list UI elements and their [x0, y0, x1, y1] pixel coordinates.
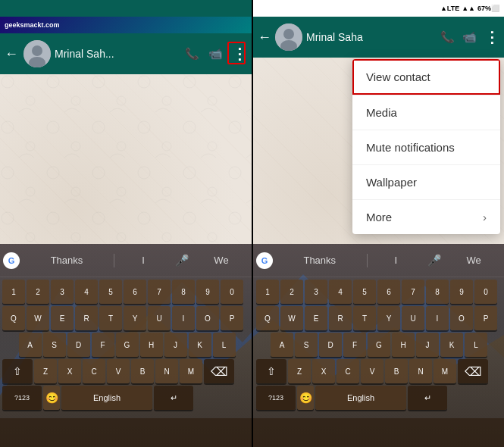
key-j-left[interactable]: J [164, 333, 187, 357]
key-3-right[interactable]: 3 [305, 280, 327, 304]
key-space-left[interactable]: English [61, 386, 152, 410]
key-8-right[interactable]: 8 [426, 280, 449, 304]
key-d-left[interactable]: D [67, 333, 90, 357]
key-d-right[interactable]: D [319, 333, 342, 357]
left-more-icon[interactable]: ⋮ [232, 45, 247, 63]
key-s-right[interactable]: S [295, 333, 318, 357]
right-kb-mic[interactable]: 🎤 [424, 254, 445, 267]
key-emoji-right[interactable]: 😊 [297, 386, 314, 410]
key-i-right[interactable]: I [426, 306, 449, 330]
key-123-right[interactable]: ?123 [256, 386, 296, 410]
left-back-icon[interactable]: ← [5, 46, 18, 62]
key-9-right[interactable]: 9 [450, 280, 473, 304]
key-v-left[interactable]: V [107, 359, 130, 383]
key-r-left[interactable]: R [75, 306, 98, 330]
key-u-right[interactable]: U [402, 306, 424, 330]
key-a-left[interactable]: A [19, 333, 42, 357]
key-1-left[interactable]: 1 [2, 280, 25, 304]
key-shift-right[interactable]: ⇧ [256, 359, 286, 383]
key-7-left[interactable]: 7 [148, 280, 171, 304]
key-j-right[interactable]: J [416, 333, 439, 357]
key-u-left[interactable]: U [148, 306, 171, 330]
key-shift-left[interactable]: ⇧ [2, 359, 33, 383]
key-123-left[interactable]: ?123 [2, 386, 42, 410]
key-w-right[interactable]: W [280, 306, 303, 330]
key-k-right[interactable]: K [440, 333, 463, 357]
key-6-right[interactable]: 6 [377, 280, 400, 304]
key-1-right[interactable]: 1 [256, 280, 279, 304]
key-3-left[interactable]: 3 [51, 280, 74, 304]
left-suggest-3[interactable]: We [194, 255, 249, 266]
key-g-right[interactable]: G [368, 333, 390, 357]
left-video-icon[interactable]: 📹 [208, 47, 223, 61]
key-z-right[interactable]: Z [288, 359, 311, 383]
menu-item-more[interactable]: More › [352, 200, 500, 234]
menu-item-view-contact[interactable]: View contact [352, 59, 500, 95]
key-backspace-right[interactable]: ⌫ [458, 359, 488, 383]
key-t-right[interactable]: T [353, 306, 376, 330]
key-0-right[interactable]: 0 [474, 280, 497, 304]
key-7-right[interactable]: 7 [402, 280, 424, 304]
key-c-right[interactable]: C [337, 359, 359, 383]
key-y-right[interactable]: Y [377, 306, 400, 330]
key-w-left[interactable]: W [27, 306, 49, 330]
key-4-left[interactable]: 4 [75, 280, 98, 304]
key-2-right[interactable]: 2 [280, 280, 303, 304]
key-t-left[interactable]: T [99, 306, 122, 330]
key-8-left[interactable]: 8 [172, 280, 195, 304]
right-call-icon[interactable]: 📞 [440, 30, 455, 44]
key-2-left[interactable]: 2 [27, 280, 49, 304]
key-b-left[interactable]: B [131, 359, 154, 383]
key-r-right[interactable]: R [329, 306, 352, 330]
key-h-left[interactable]: H [140, 333, 163, 357]
key-o-left[interactable]: O [196, 306, 219, 330]
left-suggest-1[interactable]: Thanks [21, 255, 112, 266]
key-p-left[interactable]: P [221, 306, 243, 330]
key-6-left[interactable]: 6 [124, 280, 146, 304]
key-backspace-left[interactable]: ⌫ [204, 359, 234, 383]
key-4-right[interactable]: 4 [329, 280, 352, 304]
right-more-icon[interactable]: ⋮ [484, 28, 499, 46]
key-v-right[interactable]: V [361, 359, 383, 383]
right-video-icon[interactable]: 📹 [462, 30, 477, 44]
right-suggest-1[interactable]: Thanks [274, 255, 365, 266]
key-p-right[interactable]: P [474, 306, 497, 330]
key-e-left[interactable]: E [51, 306, 74, 330]
menu-item-wallpaper[interactable]: Wallpaper [352, 165, 500, 199]
right-suggest-2[interactable]: I [369, 255, 424, 266]
key-9-left[interactable]: 9 [196, 280, 219, 304]
key-k-left[interactable]: K [189, 333, 211, 357]
key-q-left[interactable]: Q [2, 306, 25, 330]
key-z-left[interactable]: Z [34, 359, 57, 383]
key-n-right[interactable]: N [409, 359, 432, 383]
key-e-right[interactable]: E [305, 306, 327, 330]
key-l-left[interactable]: L [213, 333, 236, 357]
key-n-left[interactable]: N [155, 359, 178, 383]
key-5-left[interactable]: 5 [99, 280, 122, 304]
key-x-right[interactable]: X [312, 359, 335, 383]
key-space-right[interactable]: English [315, 386, 406, 410]
right-suggest-3[interactable]: We [446, 255, 501, 266]
key-0-left[interactable]: 0 [221, 280, 243, 304]
key-m-left[interactable]: M [180, 359, 202, 383]
key-i-left[interactable]: I [172, 306, 195, 330]
key-s-left[interactable]: S [43, 333, 66, 357]
key-m-right[interactable]: M [434, 359, 456, 383]
key-y-left[interactable]: Y [124, 306, 146, 330]
key-enter-left[interactable]: ↵ [154, 386, 193, 410]
key-b-right[interactable]: B [385, 359, 408, 383]
menu-item-media[interactable]: Media [352, 95, 500, 130]
menu-item-mute[interactable]: Mute notifications [352, 130, 500, 164]
key-q-right[interactable]: Q [256, 306, 279, 330]
right-back-icon[interactable]: ← [258, 30, 271, 45]
key-emoji-left[interactable]: 😊 [43, 386, 60, 410]
left-call-icon[interactable]: 📞 [185, 47, 199, 61]
key-h-right[interactable]: H [392, 333, 415, 357]
key-l-right[interactable]: L [465, 333, 487, 357]
key-f-left[interactable]: F [92, 333, 114, 357]
key-enter-right[interactable]: ↵ [408, 386, 447, 410]
left-suggest-2[interactable]: I [116, 255, 171, 266]
key-o-right[interactable]: O [450, 306, 473, 330]
key-a-right[interactable]: A [271, 333, 293, 357]
left-kb-mic[interactable]: 🎤 [172, 254, 193, 267]
